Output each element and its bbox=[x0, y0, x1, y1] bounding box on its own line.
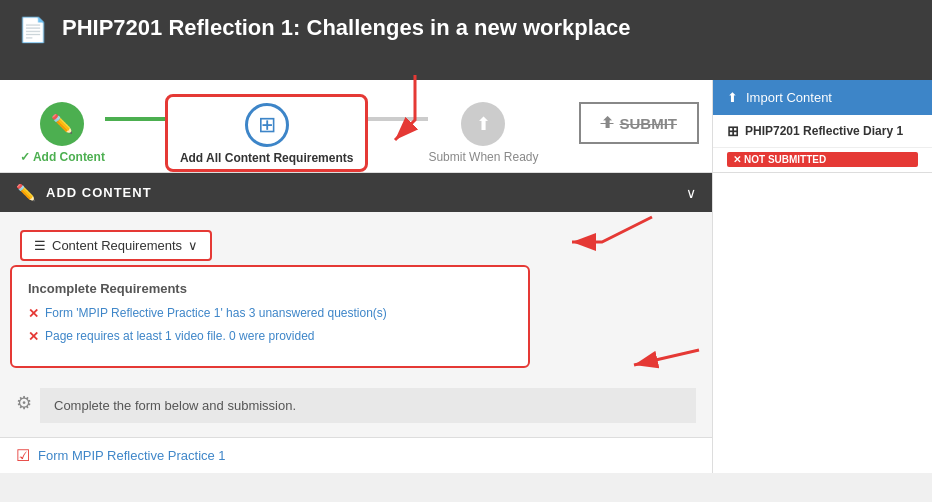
step3-circle: ⬆ bbox=[461, 102, 505, 146]
step1-label: ✓ Add Content bbox=[20, 150, 105, 164]
grid-icon: ⊞ bbox=[727, 123, 739, 139]
step-line-2 bbox=[368, 117, 428, 121]
toolbar-title: ADD CONTENT bbox=[46, 185, 676, 200]
step-line-1 bbox=[105, 117, 165, 121]
step2-label: Add All Content Requirements bbox=[180, 151, 354, 165]
not-submitted-badge: ✕ NOT SUBMITTED bbox=[727, 152, 918, 167]
requirement-item-1: ✕ Form 'MPIP Reflective Practice 1' has … bbox=[28, 306, 512, 321]
diary-item[interactable]: ⊞ PHIP7201 Reflective Diary 1 bbox=[713, 115, 932, 148]
x-icon: ✕ bbox=[733, 154, 741, 165]
page-header: 📄 PHIP7201 Reflection 1: Challenges in a… bbox=[0, 0, 932, 80]
content-body: ⚙ Complete the form below and submission… bbox=[0, 378, 712, 433]
left-content: ✏️ ADD CONTENT ∨ ☰ Content Requirements … bbox=[0, 173, 712, 473]
requirements-title: Incomplete Requirements bbox=[28, 281, 512, 296]
x-icon-1: ✕ bbox=[28, 306, 39, 321]
step-submit-when-ready[interactable]: ⬆ Submit When Ready bbox=[428, 102, 538, 164]
steps-bar: ✏️ ✓ Add Content ⊞ Add All Content Requi… bbox=[0, 80, 932, 173]
requirement-item-2: ✕ Page requires at least 1 video file. 0… bbox=[28, 329, 512, 344]
right-panel-lower bbox=[712, 173, 932, 473]
submit-upload-icon: ⬆ bbox=[601, 114, 614, 132]
submit-button[interactable]: ⬆ SUBMIT bbox=[579, 102, 700, 144]
step-add-all-content-box[interactable]: ⊞ Add All Content Requirements bbox=[165, 94, 369, 172]
requirements-box: Incomplete Requirements ✕ Form 'MPIP Ref… bbox=[10, 265, 530, 368]
form-link-label: Form MPIP Reflective Practice 1 bbox=[38, 448, 226, 463]
document-icon: 📄 bbox=[18, 16, 48, 44]
step3-label: Submit When Ready bbox=[428, 150, 538, 164]
form-checkbox-icon: ☑ bbox=[16, 446, 30, 465]
form-link-bar[interactable]: ☑ Form MPIP Reflective Practice 1 bbox=[0, 437, 712, 473]
import-icon: ⬆ bbox=[727, 90, 738, 105]
content-requirements-dropdown[interactable]: ☰ Content Requirements ∨ bbox=[20, 230, 212, 261]
content-description: Complete the form below and submission. bbox=[40, 388, 696, 423]
step2-circle: ⊞ bbox=[245, 103, 289, 147]
edit-icon: ✏️ bbox=[16, 183, 36, 202]
step-add-content[interactable]: ✏️ ✓ Add Content bbox=[20, 102, 105, 164]
import-content-button[interactable]: ⬆ Import Content bbox=[713, 80, 932, 115]
main-content-area: ✏️ ADD CONTENT ∨ ☰ Content Requirements … bbox=[0, 173, 932, 473]
right-panel: ⬆ Import Content ⊞ PHIP7201 Reflective D… bbox=[712, 80, 932, 173]
grid-icon: ☰ bbox=[34, 238, 46, 253]
x-icon-2: ✕ bbox=[28, 329, 39, 344]
chevron-icon: ∨ bbox=[686, 185, 696, 201]
dropdown-chevron: ∨ bbox=[188, 238, 198, 253]
toolbar: ✏️ ADD CONTENT ∨ bbox=[0, 173, 712, 212]
gear-icon: ⚙ bbox=[16, 392, 32, 423]
step1-circle: ✏️ bbox=[40, 102, 84, 146]
page-title: PHIP7201 Reflection 1: Challenges in a n… bbox=[62, 14, 631, 43]
